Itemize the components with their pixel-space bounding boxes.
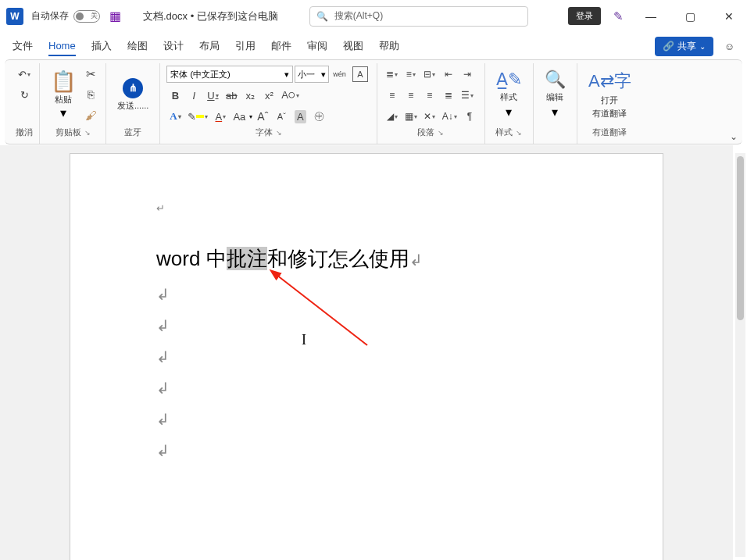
- translate-icon: A⇄字: [588, 70, 631, 93]
- coming-soon-icon[interactable]: ✎: [613, 9, 624, 23]
- bullets-button[interactable]: ≣▾: [384, 65, 401, 84]
- char-border-button[interactable]: A: [350, 65, 370, 84]
- document-page[interactable]: ↵ word 中批注和修订怎么使用↲ ↲ ↲ ↲ ↲ ↲ ↲ I: [70, 153, 663, 560]
- share-button[interactable]: 🔗 共享 ⌄: [655, 37, 713, 56]
- youdao-open-button[interactable]: A⇄字 打开 有道翻译: [584, 68, 636, 121]
- group-label-paragraph: 段落↘: [417, 124, 444, 142]
- redo-button[interactable]: ↻: [16, 85, 33, 104]
- bluetooth-send-button[interactable]: ⋔ 发送......: [113, 77, 153, 113]
- tab-layout[interactable]: 布局: [199, 36, 220, 56]
- minimize-button[interactable]: —: [639, 5, 663, 28]
- font-launcher-icon[interactable]: ↘: [276, 129, 282, 137]
- selected-text[interactable]: 批注: [227, 247, 267, 270]
- copy-button[interactable]: ⎘: [82, 85, 99, 104]
- group-clipboard: 📋 粘贴 ▾ ✂ ⎘ 🖌 剪贴板↘: [40, 63, 106, 144]
- tab-view[interactable]: 视图: [343, 36, 363, 56]
- font-family-select[interactable]: 宋体 (中文正文)▾: [166, 66, 293, 83]
- increase-indent-button[interactable]: ⇥: [459, 65, 476, 84]
- title-bar: W 自动保存 关 ▦ 文档.docx • 已保存到这台电脑 🔍 搜索(Alt+Q…: [0, 0, 747, 33]
- scroll-thumb[interactable]: [737, 156, 744, 320]
- sort-button[interactable]: A↓▾: [440, 107, 459, 126]
- shrink-font-button[interactable]: Aˇ: [273, 107, 290, 126]
- undo-button[interactable]: ↶▾: [16, 65, 33, 84]
- text-effects-button[interactable]: A੦▾: [279, 86, 302, 105]
- asian-layout-button[interactable]: ✕▾: [421, 107, 438, 126]
- underline-button[interactable]: U▾: [204, 86, 221, 105]
- document-title[interactable]: 文档.docx • 已保存到这台电脑: [143, 9, 278, 23]
- tab-home[interactable]: Home: [48, 37, 76, 56]
- group-font: 宋体 (中文正文)▾ 小一▾ wén A B I U▾ ab x₂ x² A੦▾…: [160, 63, 377, 144]
- cut-button[interactable]: ✂: [82, 65, 99, 84]
- search-icon: 🔍: [316, 11, 328, 22]
- decrease-indent-button[interactable]: ⇤: [440, 65, 457, 84]
- format-painter-button[interactable]: 🖌: [82, 105, 99, 124]
- search-placeholder: 搜索(Alt+Q): [334, 9, 383, 23]
- group-label-styles: 样式↘: [495, 124, 522, 142]
- align-left-button[interactable]: ≡: [384, 86, 401, 105]
- smiley-icon[interactable]: ☺: [724, 41, 734, 52]
- annotation-arrow: [266, 267, 375, 353]
- maximize-button[interactable]: ▢: [678, 5, 702, 28]
- subscript-button[interactable]: x₂: [241, 86, 259, 105]
- empty-paragraph[interactable]: ↲: [156, 285, 577, 304]
- font-size-select[interactable]: 小一▾: [295, 66, 329, 83]
- line-break-mark: ↲: [409, 251, 423, 269]
- autosave-label: 自动保存: [31, 9, 69, 23]
- empty-paragraph[interactable]: ↲: [156, 441, 577, 460]
- empty-paragraph[interactable]: ↲: [156, 348, 577, 366]
- group-label-youdao: 有道翻译: [592, 124, 627, 142]
- superscript-button[interactable]: x²: [260, 86, 277, 105]
- font-color-effects-button[interactable]: A▾: [166, 107, 184, 126]
- empty-paragraph[interactable]: ↲: [156, 379, 577, 398]
- toggle-switch[interactable]: 关: [73, 10, 100, 23]
- align-right-button[interactable]: ≡: [421, 86, 438, 105]
- editing-button[interactable]: 🔍 编辑 ▾: [540, 68, 570, 121]
- login-button[interactable]: 登录: [568, 7, 601, 25]
- strikethrough-button[interactable]: ab: [223, 86, 240, 105]
- tab-mail[interactable]: 邮件: [271, 36, 291, 56]
- vertical-scrollbar[interactable]: [735, 153, 745, 557]
- empty-paragraph[interactable]: ↲: [156, 410, 577, 429]
- collapse-ribbon-button[interactable]: ⌄: [730, 131, 738, 142]
- justify-button[interactable]: ≣: [440, 86, 457, 105]
- save-icon[interactable]: ▦: [109, 9, 121, 23]
- paste-button[interactable]: 📋 粘贴 ▾: [46, 68, 80, 122]
- app-icon: W: [6, 8, 23, 25]
- distribute-button[interactable]: ☰▾: [459, 86, 476, 105]
- tab-insert[interactable]: 插入: [91, 36, 112, 56]
- bold-button[interactable]: B: [166, 86, 184, 105]
- font-color-button[interactable]: A▾: [212, 107, 229, 126]
- highlight-button[interactable]: ✎▾: [185, 107, 210, 126]
- search-input[interactable]: 🔍 搜索(Alt+Q): [309, 6, 528, 27]
- shading-button[interactable]: ◢▾: [384, 107, 401, 126]
- phonetic-button[interactable]: wén: [331, 65, 348, 84]
- autosave-toggle[interactable]: 自动保存 关: [31, 9, 100, 23]
- grow-font-button[interactable]: Aˆ: [254, 107, 271, 126]
- italic-button[interactable]: I: [185, 86, 202, 105]
- paragraph-launcher-icon[interactable]: ↘: [438, 129, 444, 137]
- show-marks-button[interactable]: ¶: [461, 107, 478, 126]
- enclose-char-button[interactable]: ㊥: [310, 107, 327, 126]
- clipboard-launcher-icon[interactable]: ↘: [84, 129, 91, 137]
- change-case-button[interactable]: Aa: [231, 107, 248, 126]
- document-viewport[interactable]: ↵ word 中批注和修订怎么使用↲ ↲ ↲ ↲ ↲ ↲ ↲ I: [0, 145, 733, 560]
- group-youdao: A⇄字 打开 有道翻译 有道翻译: [577, 63, 642, 144]
- tab-references[interactable]: 引用: [235, 36, 256, 56]
- tab-draw[interactable]: 绘图: [127, 36, 148, 56]
- align-center-button[interactable]: ≡: [402, 86, 420, 105]
- group-paragraph: ≣▾ ≡▾ ⊟▾ ⇤ ⇥ ≡ ≡ ≡ ≣ ☰▾ ◢▾ ▦▾ ✕▾ A↓▾ ¶ 段…: [377, 63, 485, 144]
- numbering-button[interactable]: ≡▾: [402, 65, 420, 84]
- close-button[interactable]: ✕: [717, 5, 741, 28]
- tab-file[interactable]: 文件: [13, 36, 33, 56]
- clipboard-icon: 📋: [51, 70, 76, 94]
- borders-button[interactable]: ▦▾: [402, 107, 420, 126]
- tab-review[interactable]: 审阅: [307, 36, 327, 56]
- text-line[interactable]: word 中批注和修订怎么使用↲: [156, 246, 577, 273]
- clear-format-button[interactable]: A: [291, 107, 309, 126]
- tab-help[interactable]: 帮助: [379, 36, 399, 56]
- styles-button[interactable]: A̲✎ 样式 ▾: [491, 68, 527, 121]
- tab-design[interactable]: 设计: [163, 36, 184, 56]
- empty-paragraph[interactable]: ↲: [156, 316, 577, 335]
- styles-launcher-icon[interactable]: ↘: [516, 129, 522, 137]
- multilevel-button[interactable]: ⊟▾: [421, 65, 438, 84]
